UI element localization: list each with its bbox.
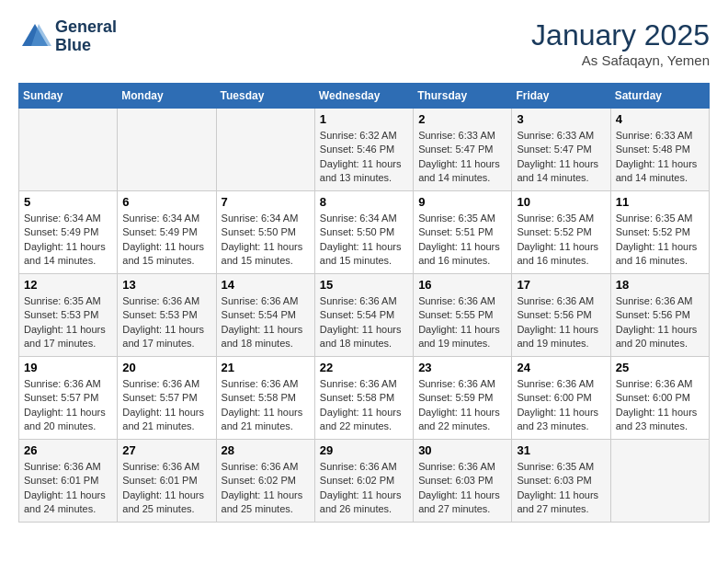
month-year: January 2025 — [531, 18, 710, 52]
day-number: 22 — [320, 361, 408, 374]
day-info: Sunrise: 6:36 AMSunset: 6:00 PMDaylight:… — [517, 377, 605, 434]
day-number: 6 — [122, 195, 210, 209]
day-info: Sunrise: 6:35 AMSunset: 5:51 PMDaylight:… — [418, 212, 506, 269]
calendar-week-1: 1Sunrise: 6:32 AMSunset: 5:46 PMDaylight… — [19, 109, 710, 191]
calendar-cell: 30Sunrise: 6:36 AMSunset: 6:03 PMDayligh… — [414, 440, 512, 523]
day-info: Sunrise: 6:36 AMSunset: 5:58 PMDaylight:… — [320, 377, 408, 434]
calendar-cell: 8Sunrise: 6:34 AMSunset: 5:50 PMDaylight… — [314, 191, 413, 274]
day-info: Sunrise: 6:34 AMSunset: 5:50 PMDaylight:… — [320, 212, 408, 269]
calendar-cell — [118, 109, 216, 191]
day-number: 31 — [517, 443, 605, 457]
logo-icon — [18, 20, 51, 53]
day-info: Sunrise: 6:36 AMSunset: 5:53 PMDaylight:… — [122, 294, 210, 351]
col-tuesday: Tuesday — [216, 84, 314, 109]
calendar-cell: 15Sunrise: 6:36 AMSunset: 5:54 PMDayligh… — [314, 274, 413, 357]
calendar-cell: 2Sunrise: 6:33 AMSunset: 5:47 PMDaylight… — [414, 109, 512, 191]
day-info: Sunrise: 6:36 AMSunset: 5:54 PMDaylight:… — [320, 294, 408, 351]
location: As Safaqayn, Yemen — [531, 52, 710, 68]
day-info: Sunrise: 6:36 AMSunset: 6:01 PMDaylight:… — [24, 460, 112, 517]
day-number: 7 — [222, 195, 310, 209]
calendar-week-2: 5Sunrise: 6:34 AMSunset: 5:49 PMDaylight… — [19, 191, 710, 274]
day-info: Sunrise: 6:33 AMSunset: 5:48 PMDaylight:… — [616, 129, 704, 186]
day-info: Sunrise: 6:36 AMSunset: 5:56 PMDaylight:… — [616, 294, 704, 351]
day-info: Sunrise: 6:36 AMSunset: 6:03 PMDaylight:… — [418, 460, 506, 517]
day-number: 8 — [320, 195, 408, 209]
calendar-cell: 10Sunrise: 6:35 AMSunset: 5:52 PMDayligh… — [512, 191, 610, 274]
day-number: 26 — [24, 443, 112, 457]
day-number: 28 — [222, 443, 310, 457]
calendar-cell: 19Sunrise: 6:36 AMSunset: 5:57 PMDayligh… — [19, 357, 118, 440]
day-info: Sunrise: 6:32 AMSunset: 5:46 PMDaylight:… — [320, 129, 408, 186]
calendar-cell: 5Sunrise: 6:34 AMSunset: 5:49 PMDaylight… — [19, 191, 118, 274]
day-number: 29 — [320, 443, 408, 457]
day-number: 11 — [616, 195, 704, 209]
calendar-cell — [19, 109, 118, 191]
calendar-cell: 21Sunrise: 6:36 AMSunset: 5:58 PMDayligh… — [216, 357, 314, 440]
calendar-cell: 9Sunrise: 6:35 AMSunset: 5:51 PMDaylight… — [414, 191, 512, 274]
calendar-cell: 29Sunrise: 6:36 AMSunset: 6:02 PMDayligh… — [314, 440, 413, 523]
day-info: Sunrise: 6:36 AMSunset: 5:58 PMDaylight:… — [222, 377, 310, 434]
calendar-cell: 16Sunrise: 6:36 AMSunset: 5:55 PMDayligh… — [414, 274, 512, 357]
calendar-cell: 17Sunrise: 6:36 AMSunset: 5:56 PMDayligh… — [512, 274, 610, 357]
calendar-cell — [216, 109, 314, 191]
calendar-cell — [610, 440, 709, 523]
col-friday: Friday — [512, 84, 610, 109]
day-number: 10 — [517, 195, 605, 209]
day-info: Sunrise: 6:36 AMSunset: 5:56 PMDaylight:… — [517, 294, 605, 351]
col-sunday: Sunday — [19, 84, 118, 109]
calendar-cell: 26Sunrise: 6:36 AMSunset: 6:01 PMDayligh… — [19, 440, 118, 523]
day-info: Sunrise: 6:36 AMSunset: 6:00 PMDaylight:… — [616, 377, 704, 434]
day-info: Sunrise: 6:35 AMSunset: 5:52 PMDaylight:… — [517, 212, 605, 269]
col-thursday: Thursday — [414, 84, 512, 109]
title-block: January 2025 As Safaqayn, Yemen — [531, 18, 710, 68]
day-number: 17 — [517, 278, 605, 292]
day-info: Sunrise: 6:34 AMSunset: 5:49 PMDaylight:… — [24, 212, 112, 269]
day-number: 19 — [24, 361, 112, 374]
calendar-cell: 3Sunrise: 6:33 AMSunset: 5:47 PMDaylight… — [512, 109, 610, 191]
day-info: Sunrise: 6:36 AMSunset: 6:02 PMDaylight:… — [320, 460, 408, 517]
day-number: 2 — [418, 112, 506, 126]
day-info: Sunrise: 6:35 AMSunset: 6:03 PMDaylight:… — [517, 460, 605, 517]
col-saturday: Saturday — [610, 84, 709, 109]
calendar-cell: 11Sunrise: 6:35 AMSunset: 5:52 PMDayligh… — [610, 191, 709, 274]
calendar-cell: 12Sunrise: 6:35 AMSunset: 5:53 PMDayligh… — [19, 274, 118, 357]
calendar-cell: 6Sunrise: 6:34 AMSunset: 5:49 PMDaylight… — [118, 191, 216, 274]
day-number: 14 — [222, 278, 310, 292]
calendar-week-5: 26Sunrise: 6:36 AMSunset: 6:01 PMDayligh… — [19, 440, 710, 523]
day-info: Sunrise: 6:35 AMSunset: 5:53 PMDaylight:… — [24, 294, 112, 351]
header-row: Sunday Monday Tuesday Wednesday Thursday… — [19, 84, 710, 109]
calendar-cell: 14Sunrise: 6:36 AMSunset: 5:54 PMDayligh… — [216, 274, 314, 357]
day-info: Sunrise: 6:34 AMSunset: 5:49 PMDaylight:… — [122, 212, 210, 269]
calendar-cell: 22Sunrise: 6:36 AMSunset: 5:58 PMDayligh… — [314, 357, 413, 440]
day-number: 27 — [122, 443, 210, 457]
day-number: 24 — [517, 361, 605, 374]
day-number: 3 — [517, 112, 605, 126]
page-header: General Blue January 2025 As Safaqayn, Y… — [18, 18, 710, 68]
day-info: Sunrise: 6:36 AMSunset: 5:57 PMDaylight:… — [24, 377, 112, 434]
day-number: 18 — [616, 278, 704, 292]
calendar-cell: 25Sunrise: 6:36 AMSunset: 6:00 PMDayligh… — [610, 357, 709, 440]
day-number: 20 — [122, 361, 210, 374]
day-info: Sunrise: 6:36 AMSunset: 5:55 PMDaylight:… — [418, 294, 506, 351]
calendar-table: Sunday Monday Tuesday Wednesday Thursday… — [18, 83, 710, 523]
day-info: Sunrise: 6:36 AMSunset: 6:01 PMDaylight:… — [122, 460, 210, 517]
calendar-cell: 28Sunrise: 6:36 AMSunset: 6:02 PMDayligh… — [216, 440, 314, 523]
day-number: 15 — [320, 278, 408, 292]
day-info: Sunrise: 6:35 AMSunset: 5:52 PMDaylight:… — [616, 212, 704, 269]
calendar-cell: 20Sunrise: 6:36 AMSunset: 5:57 PMDayligh… — [118, 357, 216, 440]
calendar-cell: 18Sunrise: 6:36 AMSunset: 5:56 PMDayligh… — [610, 274, 709, 357]
day-number: 9 — [418, 195, 506, 209]
calendar-cell: 7Sunrise: 6:34 AMSunset: 5:50 PMDaylight… — [216, 191, 314, 274]
day-number: 21 — [222, 361, 310, 374]
day-info: Sunrise: 6:36 AMSunset: 6:02 PMDaylight:… — [222, 460, 310, 517]
calendar-cell: 31Sunrise: 6:35 AMSunset: 6:03 PMDayligh… — [512, 440, 610, 523]
day-info: Sunrise: 6:33 AMSunset: 5:47 PMDaylight:… — [517, 129, 605, 186]
calendar-week-4: 19Sunrise: 6:36 AMSunset: 5:57 PMDayligh… — [19, 357, 710, 440]
logo: General Blue — [18, 18, 117, 55]
day-number: 12 — [24, 278, 112, 292]
calendar-cell: 24Sunrise: 6:36 AMSunset: 6:00 PMDayligh… — [512, 357, 610, 440]
calendar-cell: 13Sunrise: 6:36 AMSunset: 5:53 PMDayligh… — [118, 274, 216, 357]
calendar-week-3: 12Sunrise: 6:35 AMSunset: 5:53 PMDayligh… — [19, 274, 710, 357]
day-number: 4 — [616, 112, 704, 126]
day-info: Sunrise: 6:36 AMSunset: 5:57 PMDaylight:… — [122, 377, 210, 434]
